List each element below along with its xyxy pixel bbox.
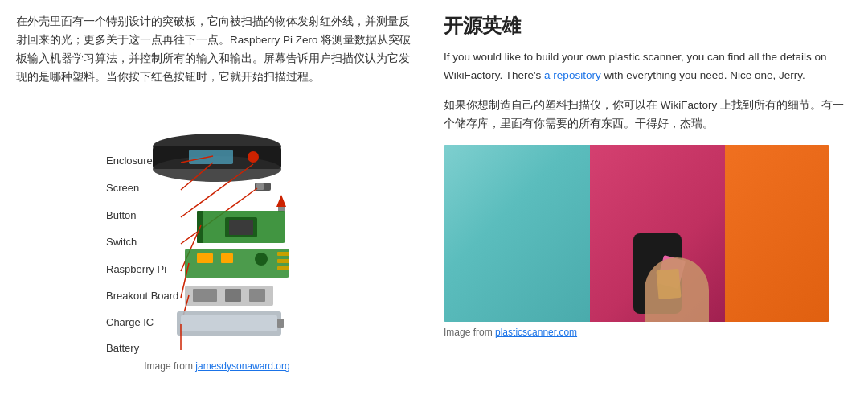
photo-caption: Image from plasticscanner.com [444, 327, 852, 338]
right-column: 开源英雄 If you would like to build your own… [444, 13, 852, 372]
svg-rect-18 [256, 183, 264, 190]
svg-rect-42 [277, 319, 284, 328]
diagram-image: Enclosure Screen Button Switch Raspberry… [48, 98, 386, 356]
svg-rect-28 [197, 253, 213, 263]
svg-rect-33 [277, 266, 289, 270]
chinese-paragraph: 如果你想制造自己的塑料扫描仪，你可以在 WikiFactory 上找到所有的细节… [444, 97, 852, 134]
svg-text:Screen: Screen [106, 182, 139, 194]
diagram-caption: Image from jamesdysonaward.org [144, 360, 289, 372]
photo-placeholder [444, 145, 829, 322]
diagram-container: Enclosure Screen Button Switch Raspberry… [16, 98, 418, 372]
pink-scanner-area [590, 145, 725, 322]
hand [645, 257, 709, 322]
svg-rect-32 [277, 259, 289, 263]
product-photo [444, 145, 829, 322]
svg-text:Charge IC: Charge IC [106, 316, 154, 328]
exploded-diagram-svg: Enclosure Screen Button Switch Raspberry… [48, 98, 386, 356]
svg-rect-36 [193, 289, 217, 302]
intro-paragraph: 在外壳里面有一个特别设计的突破板，它向被扫描的物体发射红外线，并测量反射回来的光… [16, 13, 418, 87]
section-title: 开源英雄 [444, 13, 852, 39]
svg-point-30 [255, 253, 268, 266]
svg-text:Breakout Board: Breakout Board [106, 290, 178, 302]
svg-text:Battery: Battery [106, 342, 140, 354]
repository-link[interactable]: a repository [544, 69, 601, 81]
svg-rect-29 [221, 253, 233, 263]
svg-text:Enclosure: Enclosure [106, 154, 153, 167]
svg-rect-41 [181, 315, 277, 331]
svg-rect-38 [249, 289, 265, 302]
english-paragraph: If you would like to build your own plas… [444, 48, 852, 85]
svg-text:Switch: Switch [106, 236, 137, 248]
svg-point-12 [248, 151, 259, 163]
left-column: 在外壳里面有一个特别设计的突破板，它向被扫描的物体发射红外线，并测量反射回来的光… [16, 13, 418, 372]
page-container: 在外壳里面有一个特别设计的突破板，它向被扫描的物体发射红外线，并测量反射回来的光… [0, 0, 868, 385]
svg-rect-37 [225, 289, 241, 302]
orange-object [725, 145, 829, 322]
svg-text:Button: Button [106, 209, 137, 221]
diagram-caption-link[interactable]: jamesdysonaward.org [195, 360, 289, 372]
svg-rect-31 [277, 252, 289, 256]
photo-caption-link[interactable]: plasticscanner.com [495, 327, 577, 338]
photo-container: Image from plasticscanner.com [444, 145, 852, 338]
svg-rect-25 [229, 220, 253, 235]
cyan-bottle [444, 145, 590, 322]
svg-text:Raspberry Pi: Raspberry Pi [106, 263, 166, 275]
